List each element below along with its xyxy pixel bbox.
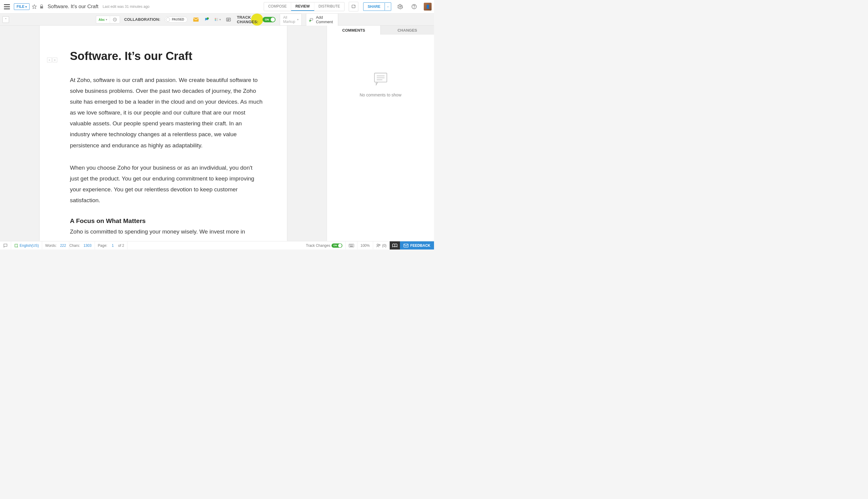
collaborator-count[interactable]: (0) <box>373 241 390 250</box>
status-bar: English(US) Words: 222 Chars: 1303 Page:… <box>0 241 434 250</box>
doc-heading[interactable]: Software. It’s our Craft <box>70 50 263 63</box>
notify-collab-icon[interactable] <box>203 16 211 24</box>
svg-rect-19 <box>374 73 387 82</box>
hamburger-menu-icon[interactable] <box>2 2 11 11</box>
tab-compose[interactable]: COMPOSE <box>264 2 291 11</box>
svg-point-2 <box>400 6 401 8</box>
svg-rect-12 <box>216 19 218 20</box>
track-changes-label: TRACK CHANGES: <box>237 15 258 24</box>
expand-toolbar-icon[interactable]: ⌃ <box>2 16 9 23</box>
keyboard-icon[interactable] <box>346 241 357 250</box>
spellcheck-icon[interactable]: Abc▾ <box>96 16 110 23</box>
svg-marker-0 <box>32 4 36 9</box>
track-changes-toggle[interactable]: ON <box>262 17 276 22</box>
add-comment-button[interactable]: + Add Comment <box>306 13 338 26</box>
svg-point-28 <box>352 245 353 245</box>
svg-rect-29 <box>350 246 353 246</box>
svg-rect-8 <box>215 18 216 19</box>
share-caret-button[interactable]: ⌄ <box>385 2 391 11</box>
svg-point-27 <box>352 245 352 245</box>
svg-rect-23 <box>15 244 17 247</box>
feedback-button[interactable]: FEEDBACK <box>400 241 434 250</box>
svg-rect-1 <box>352 5 355 8</box>
side-tabs: COMMENTS CHANGES <box>327 26 434 35</box>
document-page: + ≡ Software. It’s our Craft At Zoho, so… <box>40 26 287 241</box>
lock-icon <box>39 4 44 9</box>
doc-paragraph-1[interactable]: At Zoho, software is our craft and passi… <box>70 75 263 151</box>
mail-icon[interactable] <box>192 16 200 24</box>
side-panel: COMMENTS CHANGES No comments to show <box>327 26 434 241</box>
tab-comments[interactable]: COMMENTS <box>327 26 381 35</box>
zoom-level[interactable]: 100% <box>357 241 373 250</box>
empty-comments-text: No comments to show <box>359 93 402 97</box>
help-icon[interactable] <box>409 2 419 11</box>
doc-subhead[interactable]: A Focus on What Matters <box>70 217 263 224</box>
document-reader-icon[interactable] <box>224 16 233 24</box>
svg-point-26 <box>351 245 351 245</box>
star-icon[interactable] <box>32 4 37 9</box>
page-indicator[interactable]: Page: 1 of 2 <box>95 241 127 250</box>
block-menu-icon[interactable]: ≡ <box>52 58 57 62</box>
review-history-icon[interactable] <box>110 16 120 23</box>
file-menu-button[interactable]: FILE <box>14 3 29 10</box>
tab-changes[interactable]: CHANGES <box>381 26 434 35</box>
svg-point-7 <box>207 17 209 19</box>
svg-point-25 <box>350 245 350 245</box>
tab-review[interactable]: REVIEW <box>291 2 314 11</box>
tab-distribute[interactable]: DISTRIBUTE <box>314 2 344 11</box>
main-area: + ≡ Software. It’s our Craft At Zoho, so… <box>0 26 434 241</box>
svg-rect-10 <box>215 20 216 21</box>
doc-paragraph-3[interactable]: Zoho is committed to spending your money… <box>70 226 263 237</box>
avatar[interactable]: 👤 <box>424 3 431 11</box>
collaboration-label: COLLABORATION: <box>124 17 160 22</box>
review-toolbar: ⌃ Abc▾ COLLABORATION: PAUSED ▾ TRACK CHA… <box>0 14 434 26</box>
last-edit-text: Last edit was 31 minutes ago <box>103 4 149 9</box>
share-button[interactable]: SHARE <box>363 2 385 11</box>
collab-actions: ▾ <box>192 16 233 24</box>
spellcheck-group: Abc▾ <box>96 16 120 24</box>
svg-point-30 <box>377 244 378 245</box>
word-count[interactable]: Words: 222 <box>42 241 69 250</box>
document-title[interactable]: Software. It's our Craft <box>48 4 99 10</box>
empty-comments: No comments to show <box>327 35 434 241</box>
svg-rect-11 <box>216 18 218 19</box>
track-changes-status[interactable]: Track Changes ON <box>303 241 346 250</box>
reader-view-icon[interactable] <box>390 241 400 250</box>
svg-rect-33 <box>404 244 408 247</box>
doc-paragraph-2[interactable]: When you choose Zoho for your business o… <box>70 162 263 206</box>
mode-tabs: COMPOSE REVIEW DISTRIBUTE <box>264 2 344 11</box>
add-block-icon[interactable]: + <box>47 58 52 62</box>
svg-rect-9 <box>215 19 216 20</box>
app-header: FILE Software. It's our Craft Last edit … <box>0 0 434 14</box>
collaboration-toggle[interactable]: PAUSED <box>164 16 187 23</box>
notification-icon[interactable] <box>349 2 358 11</box>
svg-rect-13 <box>216 20 218 21</box>
markup-dropdown[interactable]: All Markup▾ <box>280 14 302 26</box>
language-selector[interactable]: English(US) <box>11 241 42 250</box>
char-count[interactable]: Chars: 1303 <box>69 241 95 250</box>
permissions-icon[interactable]: ▾ <box>213 16 222 24</box>
svg-rect-24 <box>349 244 354 247</box>
document-viewport[interactable]: + ≡ Software. It’s our Craft At Zoho, so… <box>0 26 327 241</box>
svg-point-31 <box>379 244 380 246</box>
empty-comments-icon <box>372 71 389 88</box>
block-handles[interactable]: + ≡ <box>47 58 57 62</box>
chat-icon[interactable] <box>0 241 11 250</box>
settings-icon[interactable] <box>395 2 405 11</box>
